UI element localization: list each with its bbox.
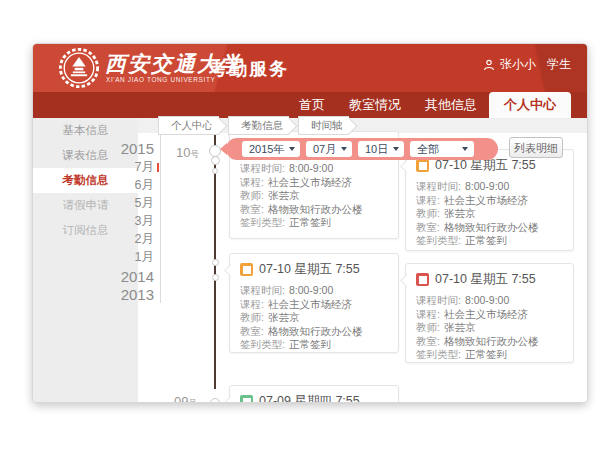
card-title-text: 07-10 星期五 7:55	[435, 271, 536, 288]
timeline-node	[210, 398, 220, 403]
nav-tab-home[interactable]: 首页	[287, 92, 337, 118]
chevron-down-icon	[341, 147, 347, 151]
card-fields: 课程时间:8:00-9:00 课程:社会主义市场经济 教师:张芸京 教室:格物致…	[416, 180, 563, 248]
card-title-text: 07-10 星期五 7:55	[259, 261, 360, 278]
attendance-card[interactable]: 07-09 星期四 7:55	[229, 385, 399, 403]
breadcrumb-timeline[interactable]: 时间轴	[298, 116, 349, 135]
chevron-down-icon	[289, 147, 295, 151]
user-menu[interactable]: 张小小 学生	[483, 56, 571, 73]
card-title: 07-09 星期四 7:55	[240, 393, 388, 403]
scale-month-mar[interactable]: 3月	[93, 212, 154, 230]
card-fields: 课程时间:8:00-9:00 课程:社会主义市场经济 教师:张芸京 教室:格物致…	[240, 284, 388, 352]
user-name: 张小小	[500, 56, 536, 73]
day-select-value: 10日	[365, 142, 388, 157]
month-select[interactable]: 07月	[306, 141, 352, 157]
current-month-marker	[157, 163, 159, 172]
card-title: 07-10 星期五 7:55	[416, 271, 563, 288]
green-stamp-icon	[240, 395, 253, 403]
user-role: 学生	[547, 56, 571, 73]
card-fields: 课程时间:8:00-9:00 课程:社会主义市场经济 教师:张芸京 教室:格物致…	[416, 294, 563, 362]
university-logo-icon	[58, 47, 100, 89]
scale-divider	[160, 133, 161, 303]
filter-arrow-icon	[220, 143, 227, 155]
year-select-value: 2015年	[249, 142, 284, 157]
screen: 西安交通大学 XI'AN JIAO TONG UNIVERSITY 考勤服务 张…	[0, 0, 600, 450]
main-nav: 首页 教室情况 其他信息 个人中心	[33, 92, 587, 118]
timeline-node	[212, 274, 219, 281]
scale-month-may[interactable]: 5月	[93, 194, 154, 212]
day-marker-10: 10号	[176, 143, 199, 161]
person-icon	[483, 59, 495, 71]
app-window: 西安交通大学 XI'AN JIAO TONG UNIVERSITY 考勤服务 张…	[32, 43, 588, 403]
timeline-scale: 2015 7月 6月 5月 3月 2月 1月 2014 2013	[93, 140, 154, 304]
app-title: 考勤服务	[209, 57, 289, 81]
year-select[interactable]: 2015年	[242, 141, 300, 157]
orange-stamp-icon	[416, 159, 429, 172]
day-marker-09: 09号	[174, 392, 197, 403]
red-stamp-icon	[416, 273, 429, 286]
orange-stamp-icon	[240, 263, 253, 276]
month-select-value: 07月	[313, 142, 336, 157]
card-fields: 课程时间:8:00-9:00 课程:社会主义市场经济 教师:张芸京 教室:格物致…	[240, 162, 388, 230]
nav-tab-personal-center[interactable]: 个人中心	[489, 92, 571, 118]
card-title: 07-10 星期五 7:55	[240, 261, 388, 278]
day-select[interactable]: 10日	[358, 141, 404, 157]
scale-month-jan[interactable]: 1月	[93, 248, 154, 266]
scale-year-2015[interactable]: 2015	[93, 140, 154, 158]
attendance-card[interactable]: 07-10 星期五 7:55 课程时间:8:00-9:00 课程:社会主义市场经…	[405, 149, 574, 251]
date-filter-bar: 2015年 07月 10日 全部	[226, 138, 498, 160]
nav-tab-other-info[interactable]: 其他信息	[413, 92, 489, 118]
nav-tab-classrooms[interactable]: 教室情况	[337, 92, 413, 118]
breadcrumb: 个人中心 考勤信息 时间轴	[158, 116, 349, 133]
scale-month-jul[interactable]: 7月	[93, 158, 154, 176]
university-name-en: XI'AN JIAO TONG UNIVERSITY	[106, 76, 215, 83]
scale-year-2014[interactable]: 2014	[93, 268, 154, 286]
timeline-node	[212, 168, 218, 174]
type-select-value: 全部	[417, 142, 439, 157]
attendance-card[interactable]: 07-10 星期五 7:55 课程时间:8:00-9:00 课程:社会主义市场经…	[405, 263, 574, 363]
scale-year-2013[interactable]: 2013	[93, 286, 154, 304]
scale-month-feb[interactable]: 2月	[93, 230, 154, 248]
timeline-node	[211, 156, 220, 165]
attendance-card[interactable]: 07-10 星期五 7:55 课程时间:8:00-9:00 课程:社会主义市场经…	[229, 253, 399, 353]
breadcrumb-personal-center[interactable]: 个人中心	[158, 116, 219, 135]
chevron-down-icon	[462, 147, 468, 151]
breadcrumb-attendance[interactable]: 考勤信息	[228, 116, 289, 135]
card-title-text: 07-09 星期四 7:55	[259, 393, 360, 403]
type-select[interactable]: 全部	[410, 141, 474, 157]
chevron-down-icon	[393, 147, 399, 151]
list-detail-button[interactable]: 列表明细	[509, 137, 563, 158]
timeline-node	[212, 259, 219, 266]
app-header: 西安交通大学 XI'AN JIAO TONG UNIVERSITY 考勤服务 张…	[33, 44, 587, 92]
scale-month-jun[interactable]: 6月	[93, 176, 154, 194]
content-area: 基本信息 课表信息 考勤信息 请假申请 订阅信息 个人中心 考勤信息 时间轴 2…	[33, 118, 588, 403]
